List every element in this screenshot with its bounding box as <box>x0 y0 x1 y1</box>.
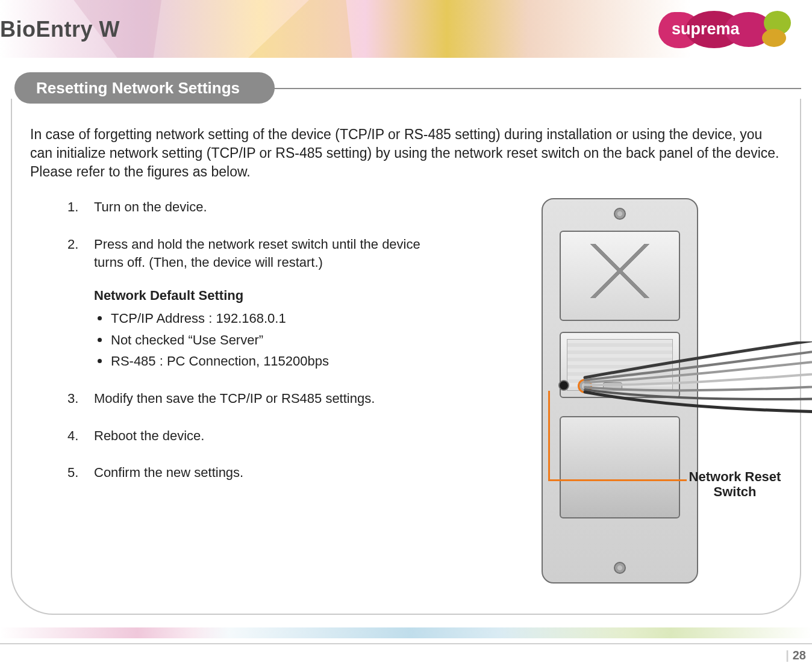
instructions-column: Turn on the device. Press and hold the n… <box>30 198 440 584</box>
content-card: In case of forgetting network setting of… <box>11 99 801 615</box>
product-title: BioEntry W <box>0 17 120 42</box>
step-2: Press and hold the network reset switch … <box>67 235 440 370</box>
chevron-icon <box>581 244 659 298</box>
slot-icon <box>603 382 622 390</box>
figure-callout-label: Network Reset Switch <box>681 469 789 500</box>
step-4: Reboot the device. <box>67 427 440 445</box>
step-1-text: Turn on the device. <box>94 199 207 214</box>
page-number: |28 <box>785 649 806 662</box>
figure-column: Network Reset Switch <box>458 198 782 584</box>
default-setting-1: TCP/IP Address : 192.168.0.1 <box>94 310 440 328</box>
step-1: Turn on the device. <box>67 198 440 216</box>
step-5-text: Confirm the new settings. <box>94 465 243 480</box>
screw-hole-icon <box>614 208 626 220</box>
screw-hole-icon <box>614 562 626 574</box>
default-setting-3: RS-485 : PC Connection, 115200bps <box>94 352 440 370</box>
step-5: Confirm the new settings. <box>67 464 440 482</box>
step-3-text: Modify then save the TCP/IP or RS485 set… <box>94 391 375 406</box>
callout-line <box>548 391 687 481</box>
footer-stripe <box>0 624 812 643</box>
brand-logo-text: suprema <box>672 20 740 39</box>
step-2-text: Press and hold the network reset switch … <box>94 237 420 270</box>
default-setting-2: Not checked “Use Server” <box>94 331 440 349</box>
brand-logo: suprema <box>658 11 788 47</box>
step-3: Modify then save the TCP/IP or RS485 set… <box>67 390 440 408</box>
step-4-text: Reboot the device. <box>94 428 204 443</box>
header-banner: BioEntry W suprema <box>0 0 812 58</box>
intro-paragraph: In case of forgetting network setting of… <box>30 125 782 181</box>
section-rule <box>259 88 801 89</box>
defaults-heading: Network Default Setting <box>94 287 440 305</box>
footer: |28 <box>0 624 812 666</box>
